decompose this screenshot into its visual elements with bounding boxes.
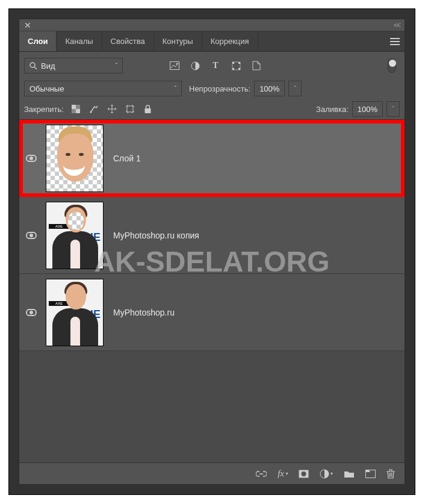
svg-rect-2 <box>170 62 179 70</box>
layer-name[interactable]: MyPhotoshop.ru копия <box>113 231 199 240</box>
svg-rect-15 <box>127 106 133 112</box>
lock-all-icon[interactable] <box>142 103 154 115</box>
opacity-label: Непрозрачность: <box>189 84 250 93</box>
add-mask-icon[interactable] <box>299 470 309 478</box>
svg-rect-10 <box>72 105 76 109</box>
blend-row: Обычные ˇ Непрозрачность: 100% ˇ <box>19 78 405 99</box>
chevron-down-icon: ˇ <box>175 86 176 92</box>
search-icon <box>29 62 37 70</box>
svg-rect-13 <box>72 109 76 113</box>
svg-rect-9 <box>238 68 240 70</box>
blend-mode-dropdown[interactable]: Обычные ˇ <box>24 81 182 96</box>
tab-layers[interactable]: Слои <box>19 31 57 51</box>
fill-field[interactable]: 100% <box>352 101 383 117</box>
svg-rect-16 <box>145 108 151 113</box>
layer-thumbnail[interactable]: AXE THE <box>46 279 104 346</box>
filter-row: Вид ˇ T <box>19 52 405 78</box>
filter-type-icon[interactable]: T <box>209 60 222 72</box>
filter-kind-dropdown[interactable]: Вид ˇ <box>24 58 123 73</box>
filter-type-icons: T <box>169 60 262 72</box>
visibility-eye-icon[interactable] <box>26 309 37 316</box>
layer-row[interactable]: AXE THE MyPhotoshop.ru <box>19 274 405 351</box>
new-group-icon[interactable] <box>344 470 355 478</box>
visibility-eye-icon[interactable] <box>26 232 37 239</box>
filter-shape-icon[interactable] <box>230 60 242 72</box>
tab-properties[interactable]: Свойства <box>102 31 154 51</box>
svg-rect-6 <box>232 62 234 64</box>
app-frame: ✕ << Слои Каналы Свойства Контуры Коррек… <box>8 8 415 495</box>
layers-panel: ✕ << Слои Каналы Свойства Контуры Коррек… <box>19 19 405 484</box>
layer-name[interactable]: Слой 1 <box>113 154 141 163</box>
link-layers-icon[interactable] <box>256 471 267 477</box>
filter-smart-icon[interactable] <box>250 60 262 72</box>
filter-pixel-icon[interactable] <box>169 60 181 72</box>
panel-top-bar: ✕ << <box>19 19 405 31</box>
layer-name[interactable]: MyPhotoshop.ru <box>113 308 175 317</box>
layer-thumbnail[interactable] <box>46 125 104 192</box>
filter-adjustment-icon[interactable] <box>189 60 201 72</box>
svg-rect-8 <box>232 68 234 70</box>
new-layer-icon[interactable] <box>365 470 376 478</box>
tab-adjustments[interactable]: Коррекция <box>202 31 258 51</box>
lock-row: Закрепить: Заливка: 10 <box>19 99 405 119</box>
collapse-icon[interactable]: << <box>394 21 400 30</box>
fill-chevron[interactable]: ˇ <box>386 101 400 117</box>
layer-row[interactable]: Слой 1 <box>19 120 405 197</box>
opacity-field[interactable]: 100% <box>254 81 285 96</box>
panel-tabs: Слои Каналы Свойства Контуры Коррекция <box>19 31 405 52</box>
svg-rect-11 <box>76 109 80 113</box>
svg-point-18 <box>302 471 306 476</box>
lock-label: Закрепить: <box>24 105 64 114</box>
layer-thumbnail[interactable]: AXE THE <box>46 202 104 269</box>
svg-line-1 <box>34 67 37 69</box>
fill-label: Заливка: <box>316 105 349 114</box>
svg-point-14 <box>90 111 92 113</box>
lock-artboard-icon[interactable] <box>124 103 136 115</box>
layers-list: Слой 1 AXE THE MyPhotoshop.ru копия <box>19 119 405 462</box>
filter-toggle[interactable] <box>388 58 396 73</box>
delete-layer-icon[interactable] <box>386 469 395 479</box>
blend-mode-label: Обычные <box>29 84 64 93</box>
lock-transparent-icon[interactable] <box>70 103 82 115</box>
layer-style-icon[interactable]: fx▾ <box>278 468 288 479</box>
visibility-eye-icon[interactable] <box>26 155 37 162</box>
adjustment-layer-icon[interactable]: ▾ <box>320 469 333 479</box>
layers-bottom-bar: fx▾ ▾ <box>19 462 405 484</box>
close-icon[interactable]: ✕ <box>24 20 31 30</box>
panel-menu-icon[interactable] <box>385 31 405 51</box>
svg-rect-7 <box>238 62 240 64</box>
lock-image-icon[interactable] <box>88 103 100 115</box>
lock-position-icon[interactable] <box>106 103 118 115</box>
svg-point-3 <box>176 63 178 65</box>
svg-point-0 <box>30 63 35 67</box>
layer-row[interactable]: AXE THE MyPhotoshop.ru копия <box>19 197 405 274</box>
filter-kind-label: Вид <box>41 61 55 70</box>
opacity-chevron[interactable]: ˇ <box>288 81 302 96</box>
tab-paths[interactable]: Контуры <box>154 31 202 51</box>
svg-rect-12 <box>76 105 80 109</box>
chevron-down-icon: ˇ <box>116 63 117 69</box>
tab-channels[interactable]: Каналы <box>57 31 102 51</box>
